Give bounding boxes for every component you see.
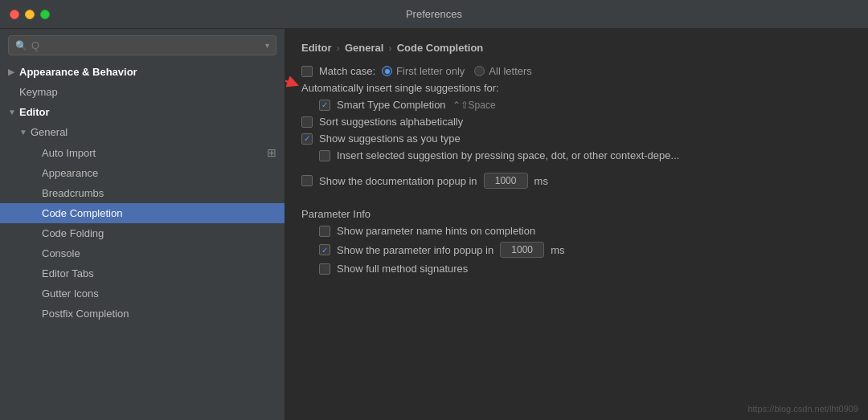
sidebar-item-label: Editor Tabs	[42, 267, 94, 279]
sort-alpha-checkbox[interactable]	[301, 116, 313, 128]
show-suggestions-row: Show suggestions as you type	[301, 133, 852, 145]
show-doc-popup-label-pre: Show the documentation popup in	[319, 175, 477, 187]
window-title: Preferences	[406, 8, 462, 20]
show-full-sig-label: Show full method signatures	[337, 263, 468, 275]
maximize-button[interactable]	[40, 10, 50, 19]
insert-selected-checkbox[interactable]	[319, 150, 330, 161]
auto-insert-label: Automatically insert single suggestions …	[301, 82, 499, 94]
copy-icon: ⊞	[267, 146, 276, 159]
match-case-label: Match case:	[319, 65, 375, 77]
smart-type-label: Smart Type Completion	[337, 99, 446, 111]
sidebar-item-keymap[interactable]: Keymap	[0, 82, 285, 102]
title-bar: Preferences	[0, 0, 868, 29]
main-layout: 🔍 ▾ ▶ Appearance & Behavior Keymap ▼ Edi…	[0, 29, 868, 420]
match-case-row: Match case: First letter only All letter…	[301, 65, 852, 77]
arrow-icon: ▶	[8, 67, 19, 76]
show-hints-row: Show parameter name hints on completion	[301, 225, 852, 237]
show-doc-popup-label-post: ms	[534, 175, 548, 187]
sidebar-item-breadcrumbs[interactable]: Breadcrumbs	[0, 183, 285, 203]
traffic-lights	[10, 10, 50, 19]
radio-first-letter[interactable]: First letter only	[382, 65, 465, 77]
sidebar-item-appearance[interactable]: Appearance	[0, 163, 285, 183]
show-hints-label: Show parameter name hints on completion	[337, 225, 535, 237]
arrow-icon: ▼	[8, 108, 19, 116]
sidebar-item-code-completion[interactable]: Code Completion	[0, 203, 285, 223]
sidebar-item-label: Console	[42, 247, 80, 259]
smart-type-shortcut: ⌃⇧Space	[452, 100, 496, 111]
breadcrumb-general: General	[345, 42, 383, 54]
insert-selected-label: Insert selected suggestion by pressing s…	[337, 149, 679, 161]
sidebar-item-label: Auto Import	[42, 147, 96, 159]
radio-label-all-letters: All letters	[489, 65, 531, 77]
search-dropdown-arrow: ▾	[265, 41, 269, 50]
breadcrumb-editor: Editor	[301, 42, 332, 54]
show-doc-popup-row: Show the documentation popup in ms	[301, 173, 852, 189]
sidebar-item-label: Keymap	[19, 86, 58, 98]
show-popup-checkbox[interactable]	[319, 244, 330, 255]
sidebar-item-gutter-icons[interactable]: Gutter Icons	[0, 283, 285, 304]
show-full-sig-row: Show full method signatures	[301, 263, 852, 275]
insert-selected-row: Insert selected suggestion by pressing s…	[301, 149, 852, 161]
show-popup-row: Show the parameter info popup in ms	[301, 242, 852, 258]
radio-label-first-letter: First letter only	[396, 65, 465, 77]
search-input[interactable]	[31, 39, 261, 51]
radio-all-letters[interactable]: All letters	[474, 65, 531, 77]
show-suggestions-label: Show suggestions as you type	[319, 133, 461, 145]
breadcrumb-sep1: ›	[337, 42, 340, 54]
show-popup-label-pre: Show the parameter info popup in	[337, 244, 493, 256]
content-area: Editor › General › Code Completion Match…	[285, 29, 868, 420]
sidebar-item-label: Editor	[19, 106, 50, 118]
breadcrumb-code-completion: Code Completion	[397, 42, 484, 54]
annotation-arrow	[285, 67, 301, 103]
sidebar-item-label: General	[31, 126, 68, 138]
breadcrumb: Editor › General › Code Completion	[301, 42, 852, 54]
smart-type-row: Smart Type Completion ⌃⇧Space	[301, 99, 852, 111]
sidebar-item-code-folding[interactable]: Code Folding	[0, 223, 285, 243]
separator2	[301, 194, 852, 200]
sidebar-item-appearance-behavior[interactable]: ▶ Appearance & Behavior	[0, 62, 285, 82]
sort-alpha-label: Sort suggestions alphabetically	[319, 116, 463, 128]
watermark: https://blog.csdn.net/lht0909	[747, 404, 858, 414]
radio-btn-all-letters[interactable]	[474, 66, 485, 76]
radio-btn-first-letter[interactable]	[382, 66, 392, 76]
show-full-sig-checkbox[interactable]	[319, 263, 330, 275]
sidebar-item-label: Code Completion	[42, 207, 122, 219]
sidebar-item-label: Postfix Completion	[42, 308, 129, 320]
match-case-checkbox[interactable]	[301, 66, 313, 77]
close-button[interactable]	[10, 10, 19, 19]
arrow-icon: ▼	[19, 128, 31, 137]
separator1	[301, 166, 852, 173]
sidebar-item-editor[interactable]: ▼ Editor	[0, 102, 285, 122]
sidebar-item-label: Appearance & Behavior	[19, 66, 137, 78]
sidebar-item-auto-import[interactable]: Auto Import ⊞	[0, 142, 285, 163]
sidebar: 🔍 ▾ ▶ Appearance & Behavior Keymap ▼ Edi…	[0, 29, 285, 420]
show-suggestions-checkbox[interactable]	[301, 133, 313, 145]
sort-alpha-row: Sort suggestions alphabetically	[301, 116, 852, 128]
breadcrumb-sep2: ›	[388, 42, 391, 54]
sidebar-item-postfix-completion[interactable]: Postfix Completion	[0, 304, 285, 324]
sidebar-item-editor-tabs[interactable]: Editor Tabs	[0, 263, 285, 283]
show-doc-popup-input[interactable]	[484, 173, 528, 189]
auto-insert-label-row: Automatically insert single suggestions …	[301, 82, 852, 94]
sidebar-item-label: Code Folding	[42, 227, 104, 239]
sidebar-item-label: Breadcrumbs	[42, 187, 104, 199]
sidebar-item-label: Appearance	[42, 167, 98, 179]
search-box[interactable]: 🔍 ▾	[8, 35, 276, 55]
show-popup-label-post: ms	[551, 244, 564, 256]
show-popup-input[interactable]	[500, 242, 544, 258]
sidebar-item-label: Gutter Icons	[42, 287, 99, 300]
smart-type-checkbox[interactable]	[319, 100, 330, 111]
search-icon: 🔍	[15, 40, 27, 51]
show-doc-popup-checkbox[interactable]	[301, 175, 313, 186]
parameter-info-section: Parameter Info	[301, 208, 852, 220]
show-hints-checkbox[interactable]	[319, 226, 330, 237]
sidebar-item-console[interactable]: Console	[0, 243, 285, 263]
minimize-button[interactable]	[25, 10, 35, 19]
sidebar-item-general[interactable]: ▼ General	[0, 122, 285, 142]
match-case-radio-group: First letter only All letters	[382, 65, 532, 77]
